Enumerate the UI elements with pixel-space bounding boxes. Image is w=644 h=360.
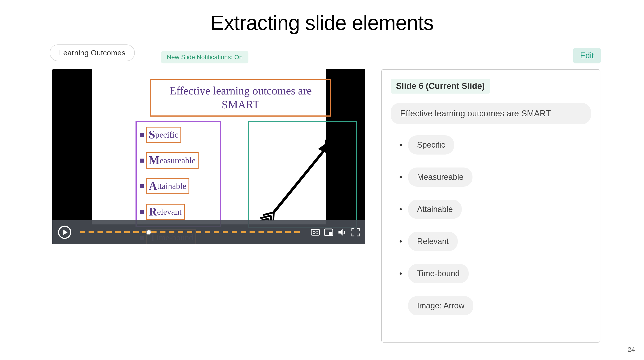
panel-title: Slide 6 (Current Slide) xyxy=(391,79,490,94)
extracted-bullet-pill[interactable]: Attainable xyxy=(408,200,462,219)
progress-knob[interactable] xyxy=(146,230,152,235)
extracted-image-item: Image: Arrow xyxy=(400,296,591,315)
page-number: 24 xyxy=(628,346,635,353)
page-title: Extracting slide elements xyxy=(0,11,644,35)
word-relevant: Relevant xyxy=(146,204,185,220)
slide-image-box xyxy=(248,121,357,228)
extracted-bullet-pill[interactable]: Measureable xyxy=(408,168,472,187)
word-attainable: Attainable xyxy=(146,178,190,194)
arrow-icon xyxy=(260,128,345,221)
play-icon[interactable] xyxy=(58,225,72,239)
slide-canvas: Effective learning outcomes are SMART Sp… xyxy=(92,69,326,224)
bullet-square-icon xyxy=(140,210,144,214)
slide-title-box: Effective learning outcomes are SMART xyxy=(150,79,332,117)
extracted-bullet: Relevant xyxy=(400,232,591,251)
edit-button[interactable]: Edit xyxy=(573,48,600,63)
extracted-bullet-pill[interactable]: Relevant xyxy=(408,232,458,251)
extracted-bullet: Measureable xyxy=(400,168,591,187)
pip-icon[interactable] xyxy=(324,228,333,237)
slide-list-item: Measureable xyxy=(140,152,217,169)
bullet-square-icon xyxy=(140,133,144,137)
extracted-bullet: Specific xyxy=(400,135,591,155)
extracted-bullet: Attainable xyxy=(400,200,591,219)
svg-line-0 xyxy=(274,141,332,212)
slide-list-item: Attainable xyxy=(140,178,217,194)
volume-icon[interactable] xyxy=(338,228,346,237)
svg-marker-1 xyxy=(321,141,332,152)
extracted-title[interactable]: Effective learning outcomes are SMART xyxy=(391,103,591,124)
svg-rect-13 xyxy=(329,232,332,235)
extracted-image-pill[interactable]: Image: Arrow xyxy=(408,296,474,315)
word-measureable: Measureable xyxy=(146,152,198,169)
svg-marker-14 xyxy=(338,229,342,235)
bullet-square-icon xyxy=(140,184,144,188)
extracted-bullet-pill[interactable]: Time-bound xyxy=(408,264,469,283)
learning-outcomes-chip[interactable]: Learning Outcomes xyxy=(50,44,135,61)
extracted-elements-panel: Slide 6 (Current Slide) Effective learni… xyxy=(381,69,600,343)
progress-bar[interactable] xyxy=(80,231,303,234)
extracted-bullet-pill[interactable]: Specific xyxy=(408,135,454,155)
video-controls: CC xyxy=(52,220,366,244)
notifications-chip[interactable]: New Slide Notifications: On xyxy=(161,51,248,63)
svg-marker-9 xyxy=(63,230,68,235)
slide-list-item: Specific xyxy=(140,127,217,143)
video-player: Effective learning outcomes are SMART Sp… xyxy=(52,69,366,244)
slide-list-box: Specific Measureable Attainable Relevant… xyxy=(136,121,221,227)
slide-list-item: Relevant xyxy=(140,204,217,220)
extracted-bullet: Time-bound xyxy=(400,264,591,283)
fullscreen-icon[interactable] xyxy=(351,228,360,237)
bullet-square-icon xyxy=(140,159,144,163)
word-specific: Specific xyxy=(146,127,181,143)
captions-icon[interactable]: CC xyxy=(311,228,320,237)
svg-text:CC: CC xyxy=(312,230,318,234)
